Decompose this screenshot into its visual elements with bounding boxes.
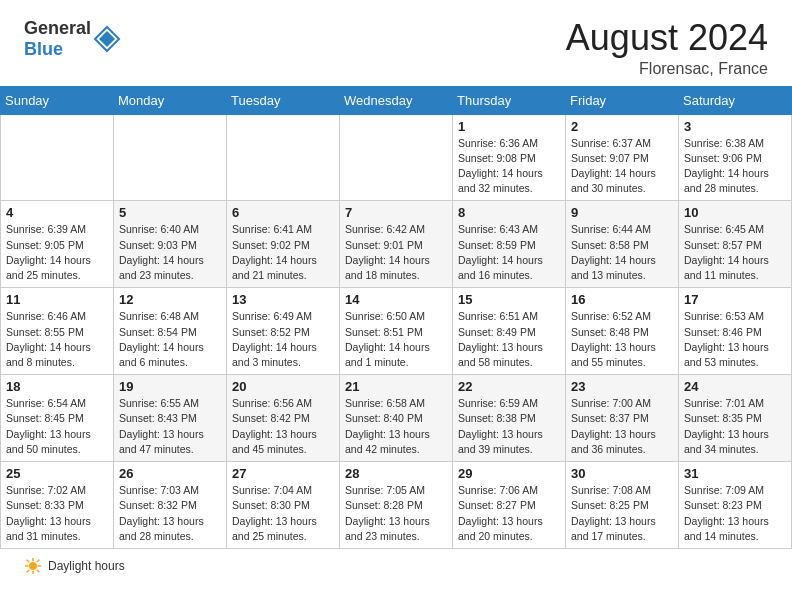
day-info: Sunrise: 7:04 AM Sunset: 8:30 PM Dayligh…: [232, 484, 317, 542]
day-info: Sunrise: 7:09 AM Sunset: 8:23 PM Dayligh…: [684, 484, 769, 542]
day-info: Sunrise: 6:44 AM Sunset: 8:58 PM Dayligh…: [571, 223, 656, 281]
calendar-day-cell: 9Sunrise: 6:44 AM Sunset: 8:58 PM Daylig…: [566, 201, 679, 288]
svg-line-9: [37, 560, 39, 562]
calendar-day-cell: 27Sunrise: 7:04 AM Sunset: 8:30 PM Dayli…: [227, 462, 340, 549]
calendar-day-cell: [114, 114, 227, 201]
day-info: Sunrise: 7:02 AM Sunset: 8:33 PM Dayligh…: [6, 484, 91, 542]
calendar-day-cell: 5Sunrise: 6:40 AM Sunset: 9:03 PM Daylig…: [114, 201, 227, 288]
footer: Daylight hours: [0, 549, 792, 583]
day-info: Sunrise: 6:43 AM Sunset: 8:59 PM Dayligh…: [458, 223, 543, 281]
day-number: 27: [232, 466, 334, 481]
day-number: 31: [684, 466, 786, 481]
day-info: Sunrise: 6:53 AM Sunset: 8:46 PM Dayligh…: [684, 310, 769, 368]
day-info: Sunrise: 6:51 AM Sunset: 8:49 PM Dayligh…: [458, 310, 543, 368]
day-info: Sunrise: 7:03 AM Sunset: 8:32 PM Dayligh…: [119, 484, 204, 542]
calendar-weekday-header: Sunday: [1, 86, 114, 114]
day-info: Sunrise: 6:39 AM Sunset: 9:05 PM Dayligh…: [6, 223, 91, 281]
logo-general: General: [24, 18, 91, 38]
day-info: Sunrise: 6:50 AM Sunset: 8:51 PM Dayligh…: [345, 310, 430, 368]
calendar-day-cell: 23Sunrise: 7:00 AM Sunset: 8:37 PM Dayli…: [566, 375, 679, 462]
svg-line-10: [27, 570, 29, 572]
day-number: 28: [345, 466, 447, 481]
calendar-day-cell: 26Sunrise: 7:03 AM Sunset: 8:32 PM Dayli…: [114, 462, 227, 549]
day-number: 14: [345, 292, 447, 307]
day-number: 22: [458, 379, 560, 394]
calendar-header-row: SundayMondayTuesdayWednesdayThursdayFrid…: [1, 86, 792, 114]
day-info: Sunrise: 6:37 AM Sunset: 9:07 PM Dayligh…: [571, 137, 656, 195]
day-number: 24: [684, 379, 786, 394]
calendar-day-cell: [340, 114, 453, 201]
day-info: Sunrise: 6:45 AM Sunset: 8:57 PM Dayligh…: [684, 223, 769, 281]
day-number: 6: [232, 205, 334, 220]
day-info: Sunrise: 6:58 AM Sunset: 8:40 PM Dayligh…: [345, 397, 430, 455]
calendar-day-cell: 16Sunrise: 6:52 AM Sunset: 8:48 PM Dayli…: [566, 288, 679, 375]
calendar-day-cell: 28Sunrise: 7:05 AM Sunset: 8:28 PM Dayli…: [340, 462, 453, 549]
day-number: 1: [458, 119, 560, 134]
day-info: Sunrise: 6:59 AM Sunset: 8:38 PM Dayligh…: [458, 397, 543, 455]
day-number: 21: [345, 379, 447, 394]
day-number: 29: [458, 466, 560, 481]
day-number: 18: [6, 379, 108, 394]
day-number: 17: [684, 292, 786, 307]
day-info: Sunrise: 6:49 AM Sunset: 8:52 PM Dayligh…: [232, 310, 317, 368]
calendar-day-cell: 7Sunrise: 6:42 AM Sunset: 9:01 PM Daylig…: [340, 201, 453, 288]
calendar-day-cell: 29Sunrise: 7:06 AM Sunset: 8:27 PM Dayli…: [453, 462, 566, 549]
logo-icon: [93, 25, 121, 53]
page-header: General Blue August 2024 Florensac, Fran…: [0, 0, 792, 86]
day-number: 8: [458, 205, 560, 220]
day-number: 25: [6, 466, 108, 481]
calendar-day-cell: [227, 114, 340, 201]
calendar-table: SundayMondayTuesdayWednesdayThursdayFrid…: [0, 86, 792, 549]
calendar-day-cell: 22Sunrise: 6:59 AM Sunset: 8:38 PM Dayli…: [453, 375, 566, 462]
calendar-day-cell: 3Sunrise: 6:38 AM Sunset: 9:06 PM Daylig…: [679, 114, 792, 201]
day-number: 23: [571, 379, 673, 394]
calendar-week-row: 11Sunrise: 6:46 AM Sunset: 8:55 PM Dayli…: [1, 288, 792, 375]
month-year: August 2024: [566, 18, 768, 58]
day-number: 15: [458, 292, 560, 307]
logo-blue: Blue: [24, 39, 63, 59]
logo-text: General Blue: [24, 18, 91, 60]
calendar-day-cell: 25Sunrise: 7:02 AM Sunset: 8:33 PM Dayli…: [1, 462, 114, 549]
calendar-day-cell: 19Sunrise: 6:55 AM Sunset: 8:43 PM Dayli…: [114, 375, 227, 462]
calendar-day-cell: 2Sunrise: 6:37 AM Sunset: 9:07 PM Daylig…: [566, 114, 679, 201]
day-number: 4: [6, 205, 108, 220]
day-info: Sunrise: 7:00 AM Sunset: 8:37 PM Dayligh…: [571, 397, 656, 455]
calendar-week-row: 18Sunrise: 6:54 AM Sunset: 8:45 PM Dayli…: [1, 375, 792, 462]
day-number: 13: [232, 292, 334, 307]
svg-point-2: [29, 562, 37, 570]
day-info: Sunrise: 6:54 AM Sunset: 8:45 PM Dayligh…: [6, 397, 91, 455]
day-number: 7: [345, 205, 447, 220]
svg-line-8: [37, 570, 39, 572]
day-number: 11: [6, 292, 108, 307]
calendar-day-cell: 15Sunrise: 6:51 AM Sunset: 8:49 PM Dayli…: [453, 288, 566, 375]
calendar-day-cell: 24Sunrise: 7:01 AM Sunset: 8:35 PM Dayli…: [679, 375, 792, 462]
day-number: 3: [684, 119, 786, 134]
calendar-weekday-header: Friday: [566, 86, 679, 114]
day-info: Sunrise: 6:55 AM Sunset: 8:43 PM Dayligh…: [119, 397, 204, 455]
day-number: 20: [232, 379, 334, 394]
calendar-day-cell: 8Sunrise: 6:43 AM Sunset: 8:59 PM Daylig…: [453, 201, 566, 288]
calendar-day-cell: 13Sunrise: 6:49 AM Sunset: 8:52 PM Dayli…: [227, 288, 340, 375]
day-number: 16: [571, 292, 673, 307]
calendar-day-cell: 4Sunrise: 6:39 AM Sunset: 9:05 PM Daylig…: [1, 201, 114, 288]
day-info: Sunrise: 6:56 AM Sunset: 8:42 PM Dayligh…: [232, 397, 317, 455]
title-area: August 2024 Florensac, France: [566, 18, 768, 78]
location: Florensac, France: [566, 60, 768, 78]
calendar-day-cell: 1Sunrise: 6:36 AM Sunset: 9:08 PM Daylig…: [453, 114, 566, 201]
day-info: Sunrise: 6:46 AM Sunset: 8:55 PM Dayligh…: [6, 310, 91, 368]
day-info: Sunrise: 6:48 AM Sunset: 8:54 PM Dayligh…: [119, 310, 204, 368]
calendar-day-cell: 12Sunrise: 6:48 AM Sunset: 8:54 PM Dayli…: [114, 288, 227, 375]
daylight-label: Daylight hours: [48, 559, 125, 573]
day-info: Sunrise: 6:52 AM Sunset: 8:48 PM Dayligh…: [571, 310, 656, 368]
day-number: 9: [571, 205, 673, 220]
day-info: Sunrise: 6:40 AM Sunset: 9:03 PM Dayligh…: [119, 223, 204, 281]
calendar-day-cell: 17Sunrise: 6:53 AM Sunset: 8:46 PM Dayli…: [679, 288, 792, 375]
day-info: Sunrise: 7:08 AM Sunset: 8:25 PM Dayligh…: [571, 484, 656, 542]
calendar-weekday-header: Tuesday: [227, 86, 340, 114]
calendar-day-cell: [1, 114, 114, 201]
calendar-day-cell: 30Sunrise: 7:08 AM Sunset: 8:25 PM Dayli…: [566, 462, 679, 549]
logo: General Blue: [24, 18, 121, 60]
day-info: Sunrise: 7:06 AM Sunset: 8:27 PM Dayligh…: [458, 484, 543, 542]
sun-icon: [24, 557, 42, 575]
calendar-day-cell: 10Sunrise: 6:45 AM Sunset: 8:57 PM Dayli…: [679, 201, 792, 288]
